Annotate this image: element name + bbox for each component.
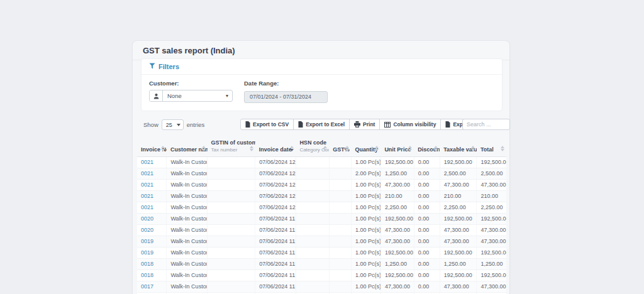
- column-label: Unit Price: [384, 146, 411, 153]
- cell-quantity: 1.00 Pc(s): [351, 191, 380, 202]
- export-to-excel-button[interactable]: Export to Excel: [293, 119, 350, 130]
- column-header-gstin[interactable]: GSTIN of customerTax number: [208, 138, 255, 157]
- cell-discount: 0.00: [414, 236, 440, 248]
- invoice-link[interactable]: 0020: [141, 215, 153, 222]
- cell-gstin: [208, 157, 255, 168]
- cell-total: 47,300.00: [477, 180, 506, 191]
- cell-invoice-date: 07/06/2024 11:13: [255, 270, 296, 281]
- invoice-link[interactable]: 0021: [141, 193, 153, 199]
- cell-total: 192,500.00: [477, 157, 506, 168]
- cell-gst-percent: [329, 281, 351, 293]
- cell-unit-price: 1,250.00: [380, 168, 414, 180]
- table-toolbar: Show 25 entries Export to CSVExport to E…: [133, 119, 509, 131]
- invoice-link[interactable]: 0019: [141, 249, 153, 256]
- invoice-link[interactable]: 0020: [141, 227, 153, 233]
- column-header-customer-name[interactable]: Customer name: [167, 138, 208, 157]
- cell-hsn-code: [296, 225, 329, 236]
- cell-discount: 0.00: [414, 281, 440, 293]
- table-header-row: Invoice No.Customer nameGSTIN of custome…: [137, 138, 506, 157]
- column-header-invoice-date[interactable]: Invoice date: [255, 138, 296, 157]
- file-export-icon: [298, 121, 303, 128]
- cell-quantity: 1.00 Pc(s): [351, 202, 380, 214]
- print-button[interactable]: Print: [349, 119, 380, 130]
- customer-selected-value: None: [163, 92, 226, 99]
- cell-gst-percent: [329, 236, 351, 248]
- cell-invoice-date: 07/06/2024 12:04: [255, 168, 296, 180]
- column-header-unit-price[interactable]: Unit Price: [380, 138, 414, 157]
- column-header-total[interactable]: Total: [477, 138, 506, 157]
- cell-gst-percent: [329, 191, 351, 202]
- invoice-link[interactable]: 0018: [141, 272, 153, 278]
- invoice-link[interactable]: 0018: [141, 261, 153, 267]
- cell-quantity: 2.00 Pc(s): [351, 168, 380, 180]
- cell-gstin: [208, 168, 255, 180]
- table-row: 0021Walk-In Customer07/06/2024 12:041.00…: [137, 202, 506, 214]
- filter-funnel-icon: [149, 63, 155, 70]
- cell-hsn-code: [296, 248, 329, 259]
- cell-discount: 0.00: [414, 157, 440, 168]
- column-header-gst-percent[interactable]: GST%: [329, 138, 351, 157]
- invoice-link[interactable]: 0017: [141, 283, 153, 290]
- cell-discount: 0.00: [414, 270, 440, 281]
- invoice-link[interactable]: 0021: [141, 170, 153, 177]
- date-range-input[interactable]: [244, 91, 328, 103]
- cell-gstin: [208, 225, 255, 236]
- show-label: Show: [143, 121, 158, 128]
- table-row: 0018Walk-In Customer07/06/2024 11:131.00…: [137, 259, 506, 270]
- export-button-group: Export to CSVExport to ExcelPrintColumn …: [240, 119, 494, 130]
- customer-label: Customer:: [149, 80, 233, 87]
- cell-hsn-code: [296, 281, 329, 293]
- cell-gst-percent: [329, 168, 351, 180]
- cell-taxable-value: 192,500.00: [440, 270, 477, 281]
- date-range-field: Date Range:: [244, 80, 328, 103]
- search-input[interactable]: [462, 119, 510, 130]
- cell-quantity: 1.00 Pc(s): [351, 157, 380, 168]
- filters-toggle[interactable]: Filters: [142, 59, 502, 75]
- cell-unit-price: 192,500.00: [380, 270, 414, 281]
- sort-icon: [408, 146, 413, 151]
- cell-unit-price: 47,300.00: [380, 180, 414, 191]
- column-header-discount[interactable]: Discount: [414, 138, 440, 157]
- table-row: 0019Walk-In Customer07/06/2024 11:171.00…: [137, 248, 506, 259]
- cell-gst-percent: [329, 157, 351, 168]
- invoice-link[interactable]: 0021: [141, 182, 153, 188]
- cell-hsn-code: [296, 270, 329, 281]
- cell-unit-price: 2,250.00: [380, 202, 414, 214]
- column-header-invoice-no[interactable]: Invoice No.: [137, 138, 167, 157]
- cell-invoice-date: 07/06/2024 11:17: [255, 236, 296, 248]
- cell-invoice-no: 0021: [137, 202, 167, 214]
- cell-gst-percent: [329, 180, 351, 191]
- column-visibility-button[interactable]: Column visibility: [379, 119, 441, 130]
- page-length-select[interactable]: 25: [162, 119, 184, 130]
- column-header-hsn-code[interactable]: HSN codeCategory Code: [296, 138, 329, 157]
- table-row: 0018Walk-In Customer07/06/2024 11:131.00…: [137, 270, 506, 281]
- column-header-taxable-value[interactable]: Taxable value: [440, 138, 477, 157]
- cell-customer-name: Walk-In Customer: [167, 225, 208, 236]
- column-label: HSN code: [299, 139, 326, 146]
- cell-total: 47,300.00: [477, 236, 506, 248]
- sort-icon: [161, 146, 165, 151]
- cell-discount: 0.00: [414, 225, 440, 236]
- table-row: 0020Walk-In Customer07/06/2024 11:201.00…: [137, 225, 506, 236]
- customer-select[interactable]: None ▾: [149, 90, 233, 102]
- cell-customer-name: Walk-In Customer: [167, 270, 208, 281]
- chevron-down-icon: [177, 124, 180, 126]
- export-to-csv-button[interactable]: Export to CSV: [240, 119, 294, 130]
- cell-total: 2,500.00: [477, 168, 506, 180]
- cell-invoice-date: 07/06/2024 12:04: [255, 180, 296, 191]
- cell-invoice-no: 0019: [137, 248, 167, 259]
- table-row: 0020Walk-In Customer07/06/2024 11:201.00…: [137, 214, 506, 225]
- page-length-control: Show 25 entries: [143, 119, 204, 130]
- cell-gst-percent: [329, 270, 351, 281]
- invoice-link[interactable]: 0019: [141, 238, 153, 244]
- user-icon: [150, 90, 163, 101]
- column-sublabel: Tax number: [211, 147, 249, 153]
- invoice-link[interactable]: 0021: [141, 159, 153, 165]
- cell-taxable-value: 2,250.00: [440, 202, 477, 214]
- invoice-link[interactable]: 0021: [141, 204, 153, 210]
- cell-quantity: 1.00 Pc(s): [351, 236, 380, 248]
- cell-customer-name: Walk-In Customer: [167, 214, 208, 225]
- column-header-quantity[interactable]: Quantity: [351, 138, 380, 157]
- cell-taxable-value: 47,300.00: [440, 236, 477, 248]
- filters-heading: Filters: [158, 63, 179, 70]
